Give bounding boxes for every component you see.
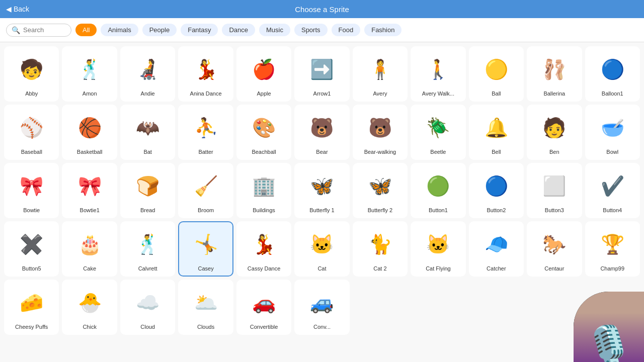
sprite-label-avery-walk: Avery Walk... [414,90,462,97]
filter-animals[interactable]: Animals [101,24,138,36]
sprite-label-ballerina: Ballerina [530,90,579,97]
sprite-card-calvrett[interactable]: 🕺Calvrett [120,221,175,277]
filter-fashion[interactable]: Fashion [364,24,401,36]
sprite-card-cake[interactable]: 🎂Cake [62,221,117,277]
sprite-icon-button2: 🔵 [472,167,521,205]
sprite-card-batter[interactable]: ⛹️Batter [178,105,233,160]
sprite-card-ben[interactable]: 🧑Ben [527,105,582,160]
sprite-card-avery[interactable]: 🧍Avery [353,46,408,102]
sprite-label-cake: Cake [65,265,114,272]
sprite-icon-beachball: 🎨 [239,109,288,147]
filter-food[interactable]: Food [332,24,361,36]
sprite-card-casey[interactable]: 🤸Casey [178,221,233,277]
sprite-icon-baseball: ⚾ [7,109,56,147]
sprite-card-arrow1[interactable]: ➡️Arrow1 [294,46,349,102]
sprite-card-bat[interactable]: 🦇Bat [120,105,175,160]
sprite-card-beachball[interactable]: 🎨Beachball [236,105,291,160]
sprite-card-catcher[interactable]: 🧢Catcher [469,221,524,277]
sprite-card-convertible[interactable]: 🚗Convertible [236,280,291,335]
sprite-label-cheesy-puffs: Cheesy Puffs [7,324,56,330]
sprite-icon-cheesy-puffs: 🧀 [7,284,56,322]
sprite-icon-apple: 🍎 [239,50,288,88]
sprite-label-butterfly2: Butterfly 2 [356,207,405,213]
sprite-card-chick[interactable]: 🐣Chick [62,280,117,335]
sprite-card-button5[interactable]: ✖️Button5 [4,221,59,277]
sprite-label-basketball: Basketball [65,149,114,155]
sprite-card-champ99[interactable]: 🏆Champ99 [585,221,640,277]
sprite-card-avery-walk[interactable]: 🚶Avery Walk... [411,46,465,102]
sprite-card-button1[interactable]: 🟢Button1 [411,163,465,218]
sprite-card-beetle[interactable]: 🪲Beetle [411,105,465,160]
sprite-label-convertible: Convertible [239,324,288,330]
sprite-card-bear[interactable]: 🐻Bear [294,105,349,160]
search-box[interactable]: 🔍 [6,24,71,37]
filter-dance[interactable]: Dance [222,24,255,36]
sprite-label-champ99: Champ99 [588,265,637,272]
filter-music[interactable]: Music [259,24,290,36]
sprite-icon-centaur: 🐎 [530,225,579,263]
sprite-icon-cat-flying: 🐱 [414,225,462,263]
back-button[interactable]: ◀ Back [6,5,29,13]
sprite-card-centaur[interactable]: 🐎Centaur [527,221,582,277]
sprite-card-baseball[interactable]: ⚾Baseball [4,105,59,160]
sprite-icon-balloon1: 🔵 [588,50,637,88]
sprite-card-balloon1[interactable]: 🔵Balloon1 [585,46,640,102]
sprite-card-broom[interactable]: 🧹Broom [178,163,233,218]
sprite-card-cat-flying[interactable]: 🐱Cat Flying [411,221,465,277]
sprite-card-anina-dance[interactable]: 💃Anina Dance [178,46,233,102]
filter-sports[interactable]: Sports [294,24,328,36]
sprite-card-butterfly1[interactable]: 🦋Butterfly 1 [294,163,349,218]
sprite-card-buildings[interactable]: 🏢Buildings [236,163,291,218]
sprite-icon-convertible: 🚗 [239,284,288,322]
sprite-card-cat2[interactable]: 🐈Cat 2 [353,221,408,277]
sprite-label-amon: Amon [65,90,114,97]
sprite-icon-bowl: 🥣 [588,109,637,147]
sprite-label-anina-dance: Anina Dance [181,90,230,97]
sprite-card-apple[interactable]: 🍎Apple [236,46,291,102]
sprite-card-ball[interactable]: 🟡Ball [469,46,524,102]
sprite-card-bear-walking[interactable]: 🐻Bear-walking [353,105,408,160]
sprite-label-calvrett: Calvrett [123,265,172,272]
filter-people[interactable]: People [142,24,177,36]
sprite-card-butterfly2[interactable]: 🦋Butterfly 2 [353,163,408,218]
sprite-label-ben: Ben [530,149,579,155]
filter-fantasy[interactable]: Fantasy [181,24,218,36]
sprite-card-clouds[interactable]: 🌥️Clouds [178,280,233,335]
sprite-card-button2[interactable]: 🔵Button2 [469,163,524,218]
search-input[interactable] [23,26,68,34]
sprite-card-bowtie1[interactable]: 🎀Bowtie1 [62,163,117,218]
sprite-label-broom: Broom [181,207,230,213]
sprite-card-bowl[interactable]: 🥣Bowl [585,105,640,160]
sprite-label-arrow1: Arrow1 [297,90,346,97]
sprite-label-cloud: Cloud [123,324,172,330]
sprite-icon-anina-dance: 💃 [181,50,230,88]
sprite-card-cat[interactable]: 🐱Cat [294,221,349,277]
sprite-icon-abby: 🧒 [7,50,56,88]
sprite-card-cheesy-puffs[interactable]: 🧀Cheesy Puffs [4,280,59,335]
sprite-card-bread[interactable]: 🍞Bread [120,163,175,218]
sprite-icon-button1: 🟢 [414,167,462,205]
sprite-icon-button5: ✖️ [7,225,56,263]
sprite-label-beetle: Beetle [414,149,462,155]
sprite-label-bear-walking: Bear-walking [356,149,405,155]
sprite-card-button4[interactable]: ✔️Button4 [585,163,640,218]
sprite-card-basketball[interactable]: 🏀Basketball [62,105,117,160]
sprite-icon-batter: ⛹️ [181,109,230,147]
sprite-icon-cloud: ☁️ [123,284,172,322]
sprite-icon-ballerina: 🩰 [530,50,579,88]
sprite-card-ballerina[interactable]: 🩰Ballerina [527,46,582,102]
sprite-card-cloud[interactable]: ☁️Cloud [120,280,175,335]
filter-all[interactable]: All [75,24,97,36]
sprite-label-bear: Bear [297,149,346,155]
sprite-card-bowtie[interactable]: 🎀Bowtie [4,163,59,218]
sprite-card-amon[interactable]: 🕺Amon [62,46,117,102]
sprite-card-andie[interactable]: 🧑‍🦼Andie [120,46,175,102]
webcam-avatar: 🎙️ [584,327,634,362]
sprite-icon-chick: 🐣 [65,284,114,322]
sprite-card-button3[interactable]: ⬜Button3 [527,163,582,218]
sprite-card-abby[interactable]: 🧒Abby [4,46,59,102]
sprite-icon-bear: 🐻 [297,109,346,147]
sprite-card-conv2[interactable]: 🚙Conv... [294,280,349,335]
sprite-card-bell[interactable]: 🔔Bell [469,105,524,160]
sprite-card-cassy-dance[interactable]: 💃Cassy Dance [236,221,291,277]
